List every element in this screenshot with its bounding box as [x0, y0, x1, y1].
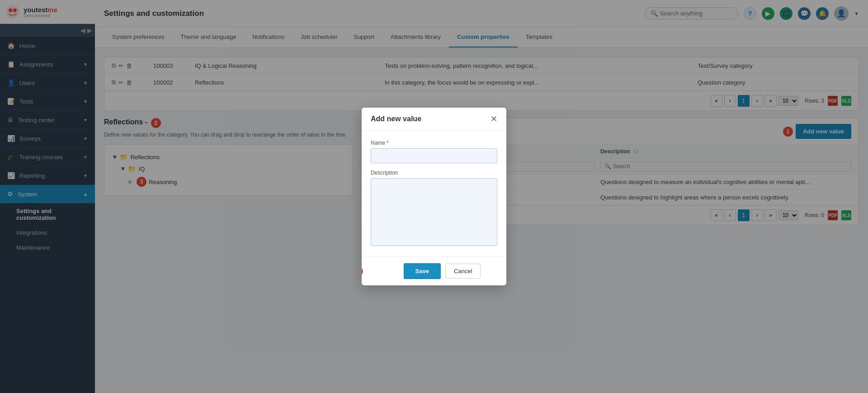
- modal-title: Add new value: [371, 115, 421, 123]
- modal-name-input[interactable]: [371, 148, 497, 163]
- description-field-label: Description: [371, 170, 497, 176]
- modal-close-button[interactable]: ✕: [491, 115, 497, 123]
- modal-body: Name * Description: [362, 131, 506, 256]
- main-content: Settings and customization 🔍 ? ▶ 🎧 💬 🔔 👤…: [95, 0, 868, 393]
- step-4-badge: 4: [362, 266, 363, 276]
- name-field-label: Name *: [371, 140, 497, 146]
- modal-cancel-button[interactable]: Cancel: [445, 264, 481, 279]
- modal-header: Add new value ✕: [362, 108, 506, 131]
- add-new-value-modal: Add new value ✕ Name * Description 4 Sav…: [362, 108, 506, 285]
- content-area: ⧉ ✏ 🗑 100003 IQ & Logical Reasoning Test…: [95, 48, 868, 393]
- modal-overlay: Add new value ✕ Name * Description 4 Sav…: [95, 48, 868, 393]
- modal-footer: 4 Save Cancel: [362, 256, 506, 285]
- modal-description-input[interactable]: [371, 178, 497, 246]
- modal-save-button[interactable]: Save: [404, 263, 441, 279]
